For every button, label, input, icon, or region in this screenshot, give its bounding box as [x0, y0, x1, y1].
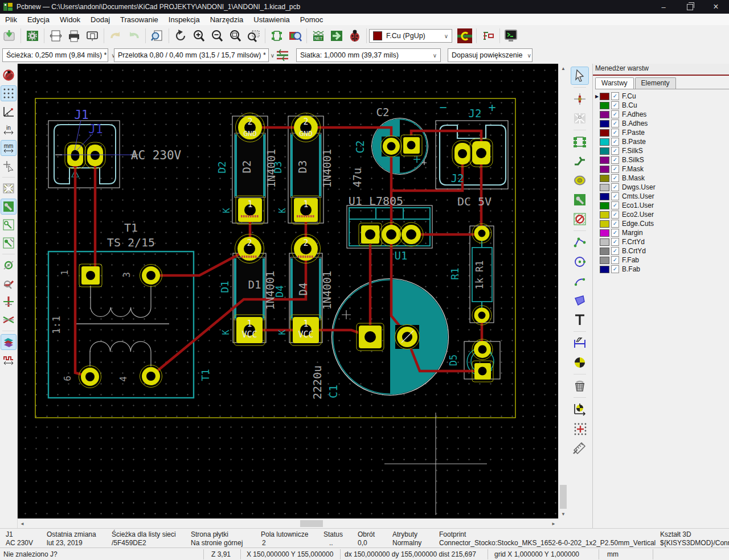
- scroll-up-icon[interactable]: ▲: [559, 64, 568, 73]
- layer-row-fcrtyd[interactable]: ✓F.CrtYd: [593, 237, 729, 246]
- minimize-button[interactable]: –: [650, 0, 677, 14]
- router-settings-button[interactable]: [479, 27, 497, 44]
- highlight-net-button[interactable]: [571, 90, 588, 108]
- layer-color-swatch[interactable]: [600, 184, 609, 191]
- layer-visibility-checkbox[interactable]: ✓: [611, 147, 619, 155]
- via-size-dropdown[interactable]: Przelotka 0,80 / 0,40 mm (31,5 / 15,7 mi…: [114, 48, 269, 62]
- layer-visibility-checkbox[interactable]: ✓: [611, 101, 619, 109]
- menu-ustawienia[interactable]: Ustawienia: [248, 14, 295, 25]
- layer-row-badhes[interactable]: ✓B.Adhes: [593, 119, 729, 128]
- drc-button[interactable]: [346, 27, 364, 44]
- restore-button[interactable]: [677, 0, 703, 14]
- via-sketch-mode-button[interactable]: [1, 258, 16, 273]
- layer-row-fmask[interactable]: ✓F.Mask: [593, 164, 729, 174]
- menu-narzedzia[interactable]: Narzędzia: [205, 14, 249, 25]
- layer-visibility-checkbox[interactable]: ✓: [611, 256, 619, 264]
- layer-visibility-checkbox[interactable]: ✓: [611, 220, 619, 228]
- high-contrast-button[interactable]: [1, 294, 16, 309]
- add-graphic-line-button[interactable]: [571, 234, 588, 251]
- cursor-shape-button[interactable]: [1, 159, 16, 174]
- layer-visibility-checkbox[interactable]: ✓: [611, 201, 619, 209]
- grid-origin-button[interactable]: [571, 420, 588, 437]
- redo-button[interactable]: [125, 27, 143, 44]
- layer-visibility-checkbox[interactable]: ✓: [611, 247, 619, 255]
- vertical-scrollbar[interactable]: ▲ ▼: [558, 64, 568, 518]
- menu-widok[interactable]: Widok: [55, 14, 85, 25]
- horizontal-scroll-thumb[interactable]: [300, 520, 323, 527]
- layer-color-swatch[interactable]: [600, 120, 609, 127]
- layer-color-swatch[interactable]: [600, 248, 609, 255]
- layer-visibility-checkbox[interactable]: ✓: [611, 174, 619, 182]
- add-dimension-button[interactable]: [571, 335, 588, 352]
- plot-button[interactable]: [83, 27, 101, 44]
- zoom-out-button[interactable]: [208, 27, 226, 44]
- zoom-selection-button[interactable]: [244, 27, 263, 44]
- print-button[interactable]: [65, 27, 83, 44]
- menu-plik[interactable]: Plik: [0, 14, 22, 25]
- refresh-view-button[interactable]: [171, 27, 190, 44]
- layer-row-eco1[interactable]: ✓Eco1.User: [593, 201, 729, 210]
- footprint-editor-button[interactable]: [268, 27, 286, 44]
- zoom-in-button[interactable]: [190, 27, 208, 44]
- add-footprint-button[interactable]: [571, 133, 588, 150]
- layer-color-swatch[interactable]: [600, 266, 609, 273]
- layer-visibility-checkbox[interactable]: ✓: [611, 192, 619, 200]
- save-button[interactable]: [0, 27, 18, 44]
- layer-row-bcrtyd[interactable]: ✓B.CrtYd: [593, 246, 729, 256]
- layer-color-swatch[interactable]: [600, 147, 609, 155]
- netlist-button[interactable]: NET: [309, 27, 327, 44]
- layer-color-swatch[interactable]: [600, 175, 609, 182]
- layer-row-bmask[interactable]: ✓B.Mask: [593, 174, 729, 183]
- footprint-viewer-button[interactable]: [286, 27, 304, 44]
- ratsnest-hide-button[interactable]: [1, 181, 16, 196]
- layer-row-fsilks[interactable]: ✓F.SilkS: [593, 146, 729, 155]
- layer-color-swatch[interactable]: [600, 202, 609, 209]
- add-graphic-polygon-button[interactable]: [571, 292, 588, 309]
- page-settings-button[interactable]: [47, 27, 65, 44]
- layer-row-fcu[interactable]: ▶✓F.Cu: [593, 92, 729, 101]
- layer-row-ffab[interactable]: ✓F.Fab: [593, 256, 729, 265]
- layer-color-swatch[interactable]: [600, 138, 609, 146]
- scroll-down-icon[interactable]: ▼: [559, 509, 568, 518]
- layer-color-swatch[interactable]: [600, 129, 609, 137]
- close-button[interactable]: ×: [703, 0, 729, 14]
- layers-manager-toggle-button[interactable]: [1, 335, 16, 349]
- layer-color-swatch[interactable]: [600, 111, 609, 118]
- add-text-button[interactable]: [571, 311, 588, 328]
- delete-tool-button[interactable]: [571, 377, 588, 394]
- grid-size-dropdown[interactable]: Siatka: 1,0000 mm (39,37 mils) ∨: [296, 48, 441, 62]
- layer-visibility-checkbox[interactable]: ✓: [611, 211, 619, 219]
- track-sketch-mode-button[interactable]: [1, 276, 16, 291]
- layer-color-swatch[interactable]: [600, 257, 609, 264]
- layer-row-bsilks[interactable]: ✓B.SilkS: [593, 155, 729, 164]
- layer-visibility-checkbox[interactable]: ✓: [611, 265, 619, 273]
- scroll-right-icon[interactable]: ►: [549, 519, 558, 528]
- layer-visibility-checkbox[interactable]: ✓: [611, 238, 619, 246]
- layer-row-cmts[interactable]: ✓Cmts.User: [593, 192, 729, 201]
- layer-row-margin[interactable]: ✓Margin: [593, 228, 729, 237]
- add-via-button[interactable]: [571, 172, 588, 189]
- measure-tool-button[interactable]: [571, 439, 588, 456]
- layer-row-edgecuts[interactable]: ✓Edge.Cuts: [593, 219, 729, 228]
- layer-row-fadhes[interactable]: ✓F.Adhes: [593, 110, 729, 119]
- layer-color-swatch[interactable]: [600, 157, 609, 164]
- panel-title[interactable]: Menedżer warstw: [593, 64, 729, 76]
- layer-row-bpaste[interactable]: ✓B.Paste: [593, 137, 729, 146]
- update-pcb-button[interactable]: [327, 27, 346, 44]
- menu-edycja[interactable]: Edycja: [22, 14, 55, 25]
- layer-visibility-checkbox[interactable]: ✓: [611, 183, 619, 191]
- layer-visibility-checkbox[interactable]: ✓: [611, 165, 619, 173]
- route-tracks-button[interactable]: [571, 153, 588, 170]
- add-zone-button[interactable]: [571, 191, 588, 208]
- layer-color-swatch[interactable]: [600, 93, 609, 100]
- select-tool-button[interactable]: [571, 67, 588, 84]
- grid-visibility-button[interactable]: [1, 86, 16, 101]
- layer-visibility-checkbox[interactable]: ✓: [611, 156, 619, 164]
- undo-button[interactable]: [107, 27, 125, 44]
- layer-visibility-checkbox[interactable]: ✓: [611, 229, 619, 237]
- layer-visibility-checkbox[interactable]: ✓: [611, 110, 619, 118]
- drill-origin-button[interactable]: [571, 401, 588, 418]
- local-ratsnest-button[interactable]: [1, 236, 16, 250]
- menu-dodaj[interactable]: Dodaj: [85, 14, 115, 25]
- layer-visibility-checkbox[interactable]: ✓: [611, 129, 619, 137]
